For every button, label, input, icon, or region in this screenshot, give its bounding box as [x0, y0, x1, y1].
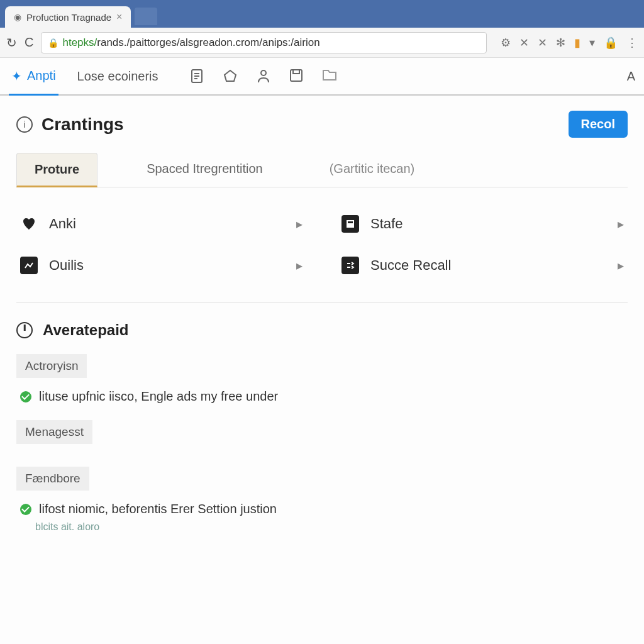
app-toolbar: ✦ Anpti Lose ecoineris A [0, 58, 644, 96]
heart-icon [20, 215, 38, 233]
section-title: Averatepaid [43, 321, 129, 339]
url-text: htepks/rands./paittorges/alsgreadon.crom… [62, 36, 319, 49]
item-anki[interactable]: Anki ▸ [16, 206, 306, 242]
ext-icon-5[interactable]: ▮ [574, 36, 580, 50]
close-icon[interactable]: × [116, 11, 122, 23]
save-icon[interactable] [289, 69, 303, 84]
document-icon[interactable] [190, 69, 204, 84]
item-succe-recall[interactable]: Succe Recall ▸ [338, 248, 628, 283]
clock-icon [16, 322, 33, 338]
items-grid: Anki ▸ Stafe ▸ Ouilis ▸ [16, 206, 628, 283]
ext-icon-3[interactable]: ✕ [538, 36, 547, 50]
sub-text: lifost niomic, beforentis Erer Settion j… [39, 502, 277, 516]
item-label: Ouilis [49, 257, 285, 274]
divider [16, 302, 628, 303]
browser-tab[interactable]: ◉ Profuction Tragnade × [5, 6, 131, 28]
ext-icon-2[interactable]: ✕ [519, 36, 529, 50]
address-bar: ↻ C 🔒 htepks/rands./paittorges/alsgreado… [0, 28, 644, 58]
svg-point-4 [261, 70, 266, 75]
sub-heading: Actroryisn [16, 354, 87, 378]
chevron-right-icon: ▸ [296, 216, 303, 231]
lock-icon: 🔒 [48, 38, 58, 48]
item-label: Stafe [370, 216, 606, 232]
sparkle-icon: ✦ [11, 69, 22, 84]
tab-title: Profuction Tragnade [26, 12, 111, 23]
folder-icon[interactable] [322, 69, 337, 84]
browser-tab-strip: ◉ Profuction Tragnade × [0, 0, 644, 28]
sub-line[interactable]: lituse upfnic iisco, Engle ads my free u… [16, 387, 628, 406]
shuffle-icon [341, 257, 359, 274]
chevron-right-icon: ▸ [618, 258, 624, 273]
page-title: Crantings [42, 114, 124, 135]
item-stafe[interactable]: Stafe ▸ [338, 206, 628, 242]
page-content: i Crantings Recol Proture Spaced Itregre… [0, 96, 644, 562]
sub-heading: Menagesst [16, 420, 92, 444]
chevron-right-icon: ▸ [296, 258, 303, 273]
storage-icon [341, 215, 359, 233]
app-tab-anpti[interactable]: ✦ Anpti [9, 58, 58, 96]
tag-icon[interactable] [223, 69, 238, 84]
check-icon [20, 504, 31, 515]
lock-icon-2[interactable]: 🔒 [604, 36, 618, 50]
toolbar-right-label[interactable]: A [627, 69, 635, 84]
app-tab-secondary[interactable]: Lose ecoineris [75, 59, 161, 94]
info-icon: i [16, 116, 33, 133]
item-label: Succe Recall [370, 257, 606, 274]
tab-proture[interactable]: Proture [16, 153, 97, 187]
item-label: Anki [49, 216, 285, 232]
sub-line[interactable]: lifost niomic, beforentis Erer Settion j… [16, 499, 628, 519]
menu-icon[interactable]: ⋮ [626, 36, 638, 50]
sub-heading: Fændbore [16, 467, 89, 491]
tab-spaced[interactable]: Spaced Itregrentition [129, 153, 280, 187]
extension-icons: ⚙ ✕ ✕ ✻ ▮ ▾ 🔒 ⋮ [494, 36, 638, 50]
tab-gartitic[interactable]: (Gartitic itecan) [312, 153, 433, 187]
new-tab-stub[interactable] [135, 8, 157, 25]
sub-faendbore: Fændbore lifost niomic, beforentis Erer … [16, 467, 628, 533]
recol-button[interactable]: Recol [569, 111, 628, 138]
sub-actroryisn: Actroryisn lituse upfnic iisco, Engle ad… [16, 354, 628, 406]
ext-icon-4[interactable]: ✻ [556, 36, 565, 50]
svg-rect-6 [293, 70, 299, 74]
reload-icon[interactable]: C [25, 35, 33, 50]
sub-menagesst: Menagesst [16, 420, 628, 453]
app-container: ✦ Anpti Lose ecoineris A i [0, 58, 644, 644]
toolbar-icon-group [190, 69, 337, 84]
svg-rect-8 [348, 221, 353, 223]
sub-text: lituse upfnic iisco, Engle ads my free u… [39, 389, 278, 404]
page-header: i Crantings Recol [16, 111, 628, 138]
svg-rect-7 [347, 220, 354, 228]
back-icon[interactable]: ↻ [6, 35, 17, 50]
check-icon [20, 391, 31, 402]
item-ouilis[interactable]: Ouilis ▸ [16, 248, 306, 283]
tab-favicon-icon: ◉ [14, 12, 21, 22]
dropdown-icon[interactable]: ▾ [589, 36, 595, 50]
ext-icon-1[interactable]: ⚙ [501, 36, 511, 50]
url-input[interactable]: 🔒 htepks/rands./paittorges/alsgreadon.cr… [41, 32, 487, 53]
content-tabs: Proture Spaced Itregrentition (Gartitic … [16, 153, 628, 187]
person-icon[interactable] [257, 69, 270, 84]
image-icon [20, 257, 38, 274]
chevron-right-icon: ▸ [618, 216, 624, 231]
svg-rect-5 [291, 70, 302, 81]
section-header: Averatepaid [16, 321, 628, 339]
sub-note: blcits ait. aloro [35, 521, 628, 533]
